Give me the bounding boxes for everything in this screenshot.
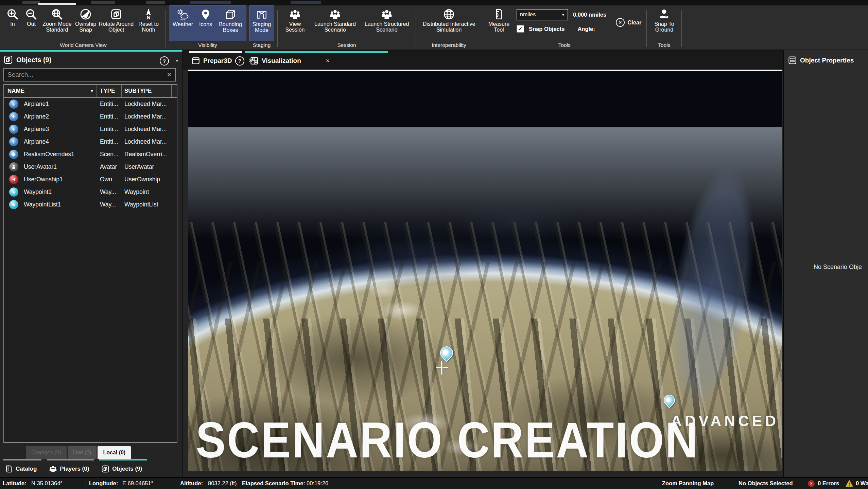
- group-label-world-camera-view: World Camera View: [4, 41, 162, 50]
- objects-panel-button[interactable]: Objects (9): [99, 459, 147, 475]
- clear-measure-button[interactable]: × Clear: [616, 18, 641, 27]
- zoom-mode-standard-button[interactable]: Zoom Mode Standard: [41, 6, 73, 41]
- objects-search: ×: [3, 68, 176, 82]
- group-label-tools-snap: Tools: [650, 41, 678, 50]
- avatar-person-icon: [9, 162, 18, 171]
- weather-toggle-button[interactable]: Weather: [170, 6, 195, 41]
- latitude-value: N 35.01364°: [31, 480, 63, 487]
- object-type: Entiti...: [97, 101, 122, 108]
- launch-structured-scenario-button[interactable]: Launch Structured Scenario: [361, 6, 413, 41]
- objects-panel-title: Objects (9): [16, 56, 51, 64]
- airplane-icon: ✈: [9, 112, 18, 121]
- zoom-out-icon: [25, 8, 37, 21]
- tab-changes[interactable]: Changes (0): [26, 446, 67, 459]
- clear-search-icon[interactable]: ×: [163, 70, 175, 79]
- object-name: UserAvatar1: [23, 163, 97, 170]
- button-label: Launch Structured Scenario: [361, 21, 413, 33]
- table-scrollbar-track[interactable]: [172, 85, 177, 97]
- button-label: Weather: [173, 21, 193, 27]
- snow-patches: [188, 70, 782, 471]
- staging-mode-toggle-button[interactable]: Staging Mode: [250, 6, 273, 41]
- icons-toggle-button[interactable]: Icons: [196, 6, 215, 41]
- airplane-icon: ✈: [9, 125, 18, 134]
- objects-table: NAME ▼ TYPE SUBTYPE ✈ Airplane1 Entiti..…: [3, 84, 177, 443]
- column-header-subtype[interactable]: SUBTYPE: [122, 85, 172, 97]
- snap-to-ground-icon: [658, 8, 670, 21]
- table-row-airplane4[interactable]: ✈ Airplane4 Entiti... Lockheed Mar...: [4, 135, 177, 148]
- table-row-realismoverrides1[interactable]: RealismOverrides1 Scen... RealismOverri.…: [4, 148, 177, 161]
- column-header-name[interactable]: NAME ▼: [4, 85, 97, 97]
- players-panel-button[interactable]: Players (0): [47, 459, 94, 475]
- clear-label: Clear: [627, 19, 641, 26]
- elapsed-time-label: Elapsed Scenario Time:: [242, 480, 305, 487]
- ribbon-separator: [416, 10, 416, 47]
- rotate-around-object-button[interactable]: Rotate Around Object: [99, 6, 134, 41]
- panel-caret-icon[interactable]: ▼: [175, 58, 179, 63]
- object-type: Way...: [97, 201, 122, 208]
- table-row-airplane2[interactable]: ✈ Airplane2 Entiti... Lockheed Mar...: [4, 110, 177, 123]
- distributed-interactive-simulation-button[interactable]: Distributed Interactive Simulation: [419, 6, 479, 41]
- tab-visualization[interactable]: Visualization ×: [246, 53, 389, 69]
- object-subtype: WaypointList: [122, 201, 177, 208]
- button-label: Out: [27, 21, 36, 27]
- launch-standard-scenario-button[interactable]: Launch Standard Scenario: [310, 6, 360, 41]
- object-subtype: Lockheed Mar...: [122, 138, 177, 145]
- ribbon-group-visibility: Weather Icons Bounding Boxes: [168, 5, 248, 50]
- measure-unit-dropdown[interactable]: nmiles ▼: [517, 9, 568, 20]
- stage-curtain-icon: [256, 8, 267, 21]
- ribbon-group-tools-snap: Snap To Ground Tools: [648, 5, 680, 50]
- ownship-snap-button[interactable]: Ownship Snap: [73, 6, 98, 41]
- zoom-in-button[interactable]: In: [4, 6, 21, 41]
- object-subtype: RealismOverri...: [122, 151, 177, 158]
- help-icon[interactable]: ?: [235, 56, 244, 66]
- view-session-button[interactable]: View Session: [281, 6, 309, 41]
- table-row-waypoint1[interactable]: ★ Waypoint1 Way... Waypoint: [4, 186, 177, 198]
- people-group-icon: [289, 8, 301, 21]
- group-label-visibility: Visibility: [169, 41, 246, 50]
- snap-to-ground-button[interactable]: Snap To Ground: [650, 6, 678, 41]
- group-label-interoperability: Interoperability: [419, 41, 479, 50]
- errors-count-text: 0 Errors: [818, 480, 839, 487]
- group-label-staging: Staging: [249, 41, 274, 50]
- ownship-plane-icon: [9, 175, 18, 184]
- people-group-icon: [381, 8, 393, 21]
- status-divider: [239, 479, 239, 487]
- catalog-panel-button[interactable]: Catalog: [3, 459, 41, 475]
- button-label: Players (0): [60, 466, 89, 472]
- object-subtype: Lockheed Mar...: [122, 113, 177, 120]
- table-row-waypointlist1[interactable]: ★ WaypointList1 Way... WaypointList: [4, 198, 177, 211]
- ribbon-tab-fragment: [146, 1, 165, 4]
- table-row-useravatar1[interactable]: UserAvatar1 Avatar UserAvatar: [4, 161, 177, 173]
- object-subtype: Lockheed Mar...: [122, 101, 177, 108]
- table-row-userownship1[interactable]: UserOwnship1 Own... UserOwnship: [4, 173, 177, 186]
- zoom-in-icon: [7, 8, 18, 21]
- error-icon: ×: [808, 480, 815, 487]
- bounding-boxes-toggle-button[interactable]: Bounding Boxes: [216, 6, 245, 41]
- compass-north-icon: N: [143, 8, 154, 21]
- panel-switcher-buttons: Catalog Players (0) Objects (9): [0, 459, 182, 477]
- measure-tool-button[interactable]: Measure Tool: [485, 6, 513, 41]
- zoom-out-button[interactable]: Out: [22, 6, 41, 41]
- table-row-airplane1[interactable]: ✈ Airplane1 Entiti... Lockheed Mar...: [4, 98, 177, 110]
- table-row-airplane3[interactable]: ✈ Airplane3 Entiti... Lockheed Mar...: [4, 123, 177, 135]
- selection-status-text: No Objects Selected: [739, 480, 793, 487]
- snap-objects-checkbox[interactable]: ✓: [517, 25, 524, 33]
- weather-icon: [177, 8, 189, 21]
- reset-to-north-button[interactable]: N Reset to North: [135, 6, 162, 41]
- ribbon-group-session: View Session Launch Standard Scenario La…: [279, 5, 414, 50]
- status-divider: [86, 479, 86, 487]
- button-label: Catalog: [16, 466, 37, 472]
- tab-live[interactable]: Live (0): [68, 446, 97, 459]
- column-header-type[interactable]: TYPE: [97, 85, 122, 97]
- tab-local[interactable]: Local (0): [98, 446, 131, 459]
- object-subtype: Lockheed Mar...: [122, 126, 177, 133]
- object-name: UserOwnship1: [23, 176, 97, 183]
- help-icon[interactable]: ?: [160, 56, 169, 66]
- object-type: Own...: [97, 176, 122, 183]
- object-type: Avatar: [97, 163, 122, 170]
- search-input[interactable]: [4, 71, 163, 78]
- object-name: Airplane4: [23, 138, 97, 145]
- visualization-viewport[interactable]: ADVANCED SCENARIO CREATION: [188, 70, 782, 471]
- no-selection-message: No Scenario Obje: [814, 264, 862, 271]
- close-tab-icon[interactable]: ×: [325, 57, 331, 65]
